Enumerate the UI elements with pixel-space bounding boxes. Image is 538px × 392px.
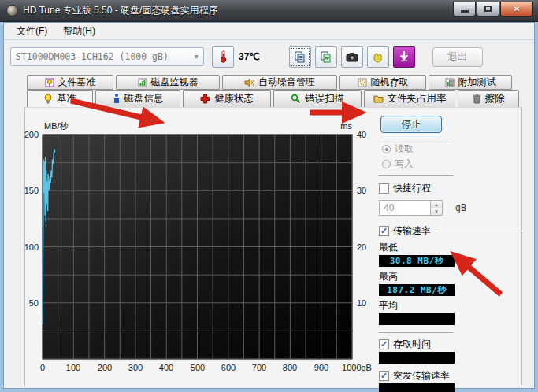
tab-folder-usage[interactable]: 文件夹占用率: [364, 90, 455, 108]
tab-disk-info[interactable]: 磁盘信息: [95, 90, 180, 108]
y-tick-right: 30: [357, 186, 366, 195]
tab-row-bottom: 基准 磁盘信息 健康状态 错误扫描: [27, 90, 521, 108]
x-tick: 500: [191, 363, 205, 372]
screenshot-button[interactable]: [341, 46, 363, 68]
tab-label: 附加测试: [458, 76, 496, 89]
read-radio[interactable]: [382, 145, 391, 153]
write-radio-row[interactable]: 写入: [382, 157, 524, 171]
benchmark-chart: MB/秒 ms 200 150 100 50 40 30 20 10 0 100…: [23, 117, 385, 380]
y-tick: 50: [29, 298, 39, 308]
app-icon: [6, 5, 18, 17]
tab-label: 随机存取: [371, 76, 409, 89]
transfer-rate-checkbox[interactable]: ✓: [379, 226, 389, 236]
transfer-rate-row[interactable]: ✓ 传输速率: [379, 224, 524, 238]
camera-icon: [346, 52, 358, 62]
x-tick: 400: [159, 363, 173, 372]
stop-button-label: 停止: [402, 118, 421, 131]
copy-image-icon: [320, 51, 332, 63]
tab-health[interactable]: 健康状态: [183, 90, 271, 108]
close-icon: ✕: [514, 5, 520, 13]
speaker-icon: [244, 78, 254, 87]
file-benchmark-icon: [45, 78, 54, 87]
stepper-down-icon[interactable]: ▼: [431, 208, 442, 215]
short-stroke-unit: gB: [455, 202, 466, 213]
drive-select-dropdown[interactable]: ST1000DM003-1CH162 (1000 gB) ▼: [10, 47, 204, 66]
folder-icon: [373, 94, 384, 103]
access-time-field: [379, 352, 455, 364]
download-arrow-icon: [399, 51, 410, 62]
write-radio[interactable]: [382, 160, 391, 168]
tab-benchmark[interactable]: 基准: [27, 90, 93, 108]
read-radio-row[interactable]: 读取: [382, 142, 524, 156]
tab-error-scan[interactable]: 错误扫描: [273, 90, 362, 108]
tab-disk-monitor[interactable]: 磁盘监视器: [116, 75, 220, 90]
minimize-button[interactable]: [453, 2, 476, 17]
x-tick: 900: [314, 363, 328, 372]
x-tick: 600: [221, 363, 236, 372]
y-tick: 200: [24, 130, 39, 139]
y-tick-right: 40: [357, 130, 366, 139]
tab-random-access[interactable]: 随机存取: [339, 75, 426, 90]
close-button[interactable]: ✕: [500, 2, 533, 17]
short-stroke-stepper[interactable]: ▲ ▼: [431, 200, 443, 216]
burst-rate-row[interactable]: ✓ 突发传输速率: [379, 369, 524, 383]
tab-label: 磁盘信息: [124, 92, 164, 105]
donate-button[interactable]: [367, 46, 389, 68]
update-button[interactable]: [393, 46, 415, 68]
maximize-button[interactable]: [477, 2, 499, 17]
access-time-row[interactable]: ✓ 存取时间: [379, 338, 524, 351]
x-tick: 700: [252, 363, 266, 372]
short-stroke-checkbox[interactable]: [379, 183, 389, 194]
thermometer-icon: [217, 50, 228, 63]
burst-rate-label: 突发传输速率: [393, 369, 450, 383]
burst-rate-checkbox[interactable]: ✓: [379, 371, 389, 381]
burst-rate-field: [379, 383, 455, 392]
disk-info-icon: [113, 94, 121, 104]
tab-label: 文件夹占用率: [388, 92, 447, 105]
min-value-field: 30.8 MB/秒: [379, 255, 455, 267]
tab-aam[interactable]: 自动噪音管理: [222, 75, 337, 90]
copy-text-icon: [294, 51, 306, 63]
copy-image-button[interactable]: [315, 46, 337, 68]
x-tick: 100: [66, 363, 80, 372]
tab-extra-tests[interactable]: 附加测试: [429, 75, 512, 90]
tab-label: 擦除: [485, 92, 505, 105]
stop-button[interactable]: 停止: [380, 116, 442, 133]
x-tick: 1000gB: [342, 363, 372, 372]
short-stroke-row[interactable]: 快捷行程: [379, 182, 524, 195]
random-access-icon: [358, 78, 367, 87]
trash-icon: [473, 94, 481, 104]
chevron-down-icon: ▼: [195, 53, 199, 61]
client-area: 文件(F) 帮助(H) ST1000DM003-1CH162 (1000 gB)…: [3, 22, 535, 389]
y-tick: 100: [24, 242, 39, 252]
max-label: 最高: [379, 270, 524, 283]
disk-monitor-icon: [138, 78, 147, 87]
y-tick: 150: [24, 186, 39, 195]
x-tick: 200: [98, 363, 112, 372]
short-stroke-label: 快捷行程: [393, 182, 431, 195]
maximize-icon: [484, 6, 492, 12]
menu-file[interactable]: 文件(F): [9, 22, 55, 40]
copy-text-button[interactable]: [289, 46, 311, 68]
temperature-button[interactable]: [212, 46, 234, 68]
exit-button[interactable]: 退出: [432, 47, 483, 67]
menu-help[interactable]: 帮助(H): [55, 22, 103, 40]
tab-label: 基准: [57, 92, 76, 105]
stepper-up-icon[interactable]: ▲: [431, 201, 442, 208]
avg-value-field: [379, 313, 455, 325]
y-tick-right: 20: [357, 242, 366, 252]
magnifier-icon: [291, 94, 301, 104]
min-label: 最低: [379, 241, 524, 254]
drive-select-value: ST1000DM003-1CH162 (1000 gB): [16, 51, 169, 62]
tab-label: 错误扫描: [305, 92, 344, 105]
short-stroke-size-row: 40 ▲ ▼ gB: [379, 200, 524, 216]
max-value-field: 187.2 MB/秒: [379, 284, 455, 296]
tab-label: 自动噪音管理: [258, 76, 315, 89]
tab-label: 健康状态: [214, 92, 254, 105]
tab-file-benchmark[interactable]: 文件基准: [27, 75, 113, 90]
y-axis-right-unit: ms: [340, 121, 352, 131]
short-stroke-size-input[interactable]: 40: [379, 200, 431, 216]
access-time-checkbox[interactable]: ✓: [379, 339, 389, 349]
exit-button-label: 退出: [448, 50, 467, 64]
tab-erase[interactable]: 擦除: [458, 90, 519, 108]
